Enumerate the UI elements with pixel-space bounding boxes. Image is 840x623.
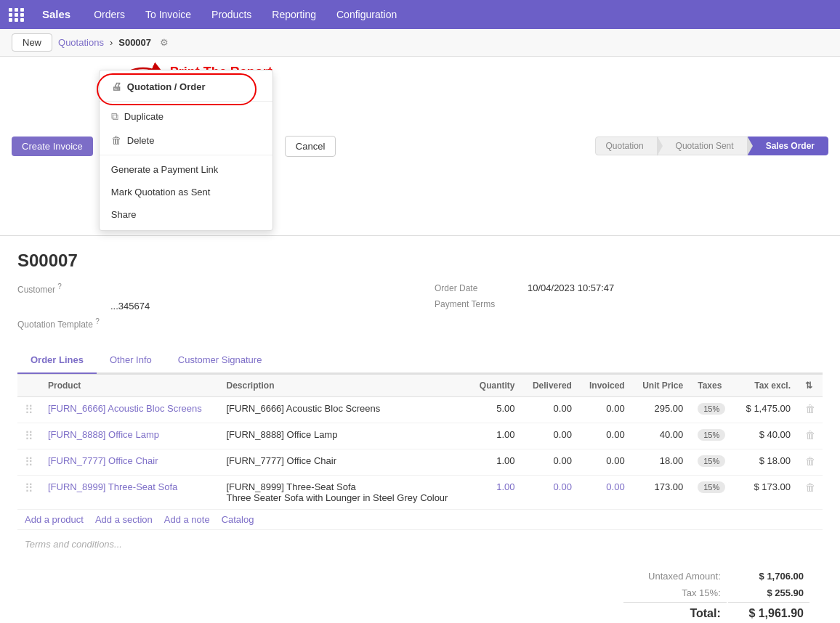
- top-navigation: Sales Orders To Invoice Products Reporti…: [0, 0, 840, 29]
- row-delete[interactable]: 🗑: [798, 476, 823, 510]
- app-grid-icon[interactable]: [9, 8, 25, 22]
- row-delivered[interactable]: 0.00: [522, 476, 578, 510]
- row-description[interactable]: [FURN_7777] Office Chair: [219, 449, 469, 476]
- quotation-template-field: Quotation Template ?: [17, 317, 405, 330]
- row-delete[interactable]: 🗑: [798, 423, 823, 449]
- cancel-button[interactable]: Cancel: [285, 136, 336, 157]
- tabs-bar: Order Lines Other Info Customer Signatur…: [17, 347, 823, 374]
- status-sales-order[interactable]: Sales Order: [748, 137, 828, 155]
- action-bar: Create Invoice Print The Report 🖨 Quota: [0, 57, 840, 236]
- dropdown-mark-sent-item[interactable]: Mark Quotation as Sent: [100, 181, 272, 203]
- col-delivered: Delivered: [522, 375, 578, 397]
- nav-to-invoice[interactable]: To Invoice: [137, 0, 200, 29]
- nav-products[interactable]: Products: [203, 0, 260, 29]
- dropdown-print-item[interactable]: 🖨 Quotation / Order: [100, 75, 272, 98]
- row-product[interactable]: [FURN_8999] Three-Seat Sofa: [41, 476, 219, 510]
- row-quantity[interactable]: 1.00: [469, 423, 522, 449]
- table-row[interactable]: ⠿ [FURN_6666] Acoustic Bloc Screens [FUR…: [17, 397, 823, 423]
- dropdown-duplicate-item[interactable]: ⧉ Duplicate: [100, 105, 272, 129]
- breadcrumb-record-id: S00007: [118, 37, 151, 48]
- dropdown-share-item[interactable]: Share: [100, 203, 272, 226]
- tax-amount: $ 255.90: [728, 585, 809, 600]
- row-description[interactable]: [FURN_6666] Acoustic Bloc Screens: [219, 397, 469, 423]
- main-content: S00007 Customer ? ...345674 Quotation Te…: [0, 236, 840, 623]
- row-unit-price[interactable]: 18.00: [632, 449, 691, 476]
- row-quantity[interactable]: 5.00: [469, 397, 522, 423]
- col-description: Description: [219, 375, 469, 397]
- payment-terms-label: Payment Terms: [435, 299, 522, 309]
- row-quantity[interactable]: 1.00: [469, 449, 522, 476]
- row-delivered[interactable]: 0.00: [522, 397, 578, 423]
- row-description[interactable]: [FURN_8888] Office Lamp: [219, 423, 469, 449]
- row-drag-handle[interactable]: ⠿: [17, 476, 41, 510]
- catalog-link[interactable]: Catalog: [222, 514, 254, 525]
- trash-icon: 🗑: [111, 134, 121, 146]
- row-unit-price[interactable]: 295.00: [632, 397, 691, 423]
- address-value[interactable]: ...345674: [110, 301, 150, 312]
- col-drag: [17, 375, 41, 397]
- print-icon: 🖨: [111, 81, 121, 92]
- dropdown-delete-item[interactable]: 🗑 Delete: [100, 129, 272, 152]
- row-drag-handle[interactable]: ⠿: [17, 397, 41, 423]
- terms-section[interactable]: Terms and conditions...: [17, 529, 823, 558]
- row-drag-handle[interactable]: ⠿: [17, 449, 41, 476]
- add-note-link[interactable]: Add a note: [164, 514, 210, 525]
- total-amount: $ 1,961.90: [728, 602, 809, 622]
- order-date-value[interactable]: 10/04/2023 10:57:47: [528, 282, 614, 293]
- row-unit-price[interactable]: 173.00: [632, 476, 691, 510]
- row-delivered[interactable]: 0.00: [522, 449, 578, 476]
- row-invoiced[interactable]: 0.00: [579, 423, 632, 449]
- table-footer-row: Add a product Add a section Add a note C…: [17, 510, 823, 530]
- status-quotation-sent[interactable]: Quotation Sent: [658, 137, 748, 155]
- row-tax-excl: $ 18.00: [735, 449, 798, 476]
- row-product[interactable]: [FURN_7777] Office Chair: [41, 449, 219, 476]
- add-product-link[interactable]: Add a product: [25, 514, 84, 525]
- totals-section: Untaxed Amount: $ 1,706.00 Tax 15%: $ 25…: [17, 558, 823, 623]
- status-quotation[interactable]: Quotation: [595, 137, 658, 155]
- add-section-link[interactable]: Add a section: [95, 514, 153, 525]
- quotation-template-label: Quotation Template ?: [17, 317, 105, 330]
- row-delete[interactable]: 🗑: [798, 397, 823, 423]
- row-taxes: 15%: [690, 397, 735, 423]
- row-tax-excl: $ 40.00: [735, 423, 798, 449]
- nav-reporting[interactable]: Reporting: [263, 0, 325, 29]
- tab-customer-signature[interactable]: Customer Signature: [165, 347, 275, 374]
- col-adjust: ⇅: [798, 375, 823, 397]
- nav-sales[interactable]: Sales: [33, 0, 79, 29]
- order-date-label: Order Date: [435, 283, 522, 293]
- tab-order-lines[interactable]: Order Lines: [17, 347, 97, 374]
- dropdown-payment-link-item[interactable]: Generate a Payment Link: [100, 158, 272, 181]
- totals-table: Untaxed Amount: $ 1,706.00 Tax 15%: $ 25…: [622, 567, 811, 623]
- row-tax-excl: $ 1,475.00: [735, 397, 798, 423]
- row-delivered[interactable]: 0.00: [522, 423, 578, 449]
- row-taxes: 15%: [690, 476, 735, 510]
- nav-orders[interactable]: Orders: [85, 0, 134, 29]
- breadcrumb-parent[interactable]: Quotations: [58, 37, 104, 48]
- table-row[interactable]: ⠿ [FURN_8999] Three-Seat Sofa [FURN_8999…: [17, 476, 823, 510]
- col-taxes: Taxes: [690, 375, 735, 397]
- nav-configuration[interactable]: Configuration: [328, 0, 405, 29]
- order-lines-table: Product Description Quantity Delivered I…: [17, 374, 823, 529]
- tab-other-info[interactable]: Other Info: [97, 347, 165, 374]
- row-invoiced[interactable]: 0.00: [579, 397, 632, 423]
- row-delete[interactable]: 🗑: [798, 449, 823, 476]
- row-tax-excl: $ 173.00: [735, 476, 798, 510]
- new-button[interactable]: New: [12, 33, 52, 52]
- row-drag-handle[interactable]: ⠿: [17, 423, 41, 449]
- col-product: Product: [41, 375, 219, 397]
- create-invoice-button[interactable]: Create Invoice: [12, 137, 93, 156]
- table-row[interactable]: ⠿ [FURN_7777] Office Chair [FURN_7777] O…: [17, 449, 823, 476]
- row-invoiced[interactable]: 0.00: [579, 476, 632, 510]
- row-description[interactable]: [FURN_8999] Three-Seat SofaThree Seater …: [219, 476, 469, 510]
- tax-row: Tax 15%: $ 255.90: [623, 585, 809, 600]
- row-product[interactable]: [FURN_8888] Office Lamp: [41, 423, 219, 449]
- row-invoiced[interactable]: 0.00: [579, 449, 632, 476]
- row-taxes: 15%: [690, 449, 735, 476]
- col-invoiced: Invoiced: [579, 375, 632, 397]
- row-product[interactable]: [FURN_6666] Acoustic Bloc Screens: [41, 397, 219, 423]
- table-row[interactable]: ⠿ [FURN_8888] Office Lamp [FURN_8888] Of…: [17, 423, 823, 449]
- duplicate-icon: ⧉: [111, 110, 118, 123]
- settings-gear-icon[interactable]: ⚙: [160, 37, 169, 48]
- row-unit-price[interactable]: 40.00: [632, 423, 691, 449]
- row-quantity[interactable]: 1.00: [469, 476, 522, 510]
